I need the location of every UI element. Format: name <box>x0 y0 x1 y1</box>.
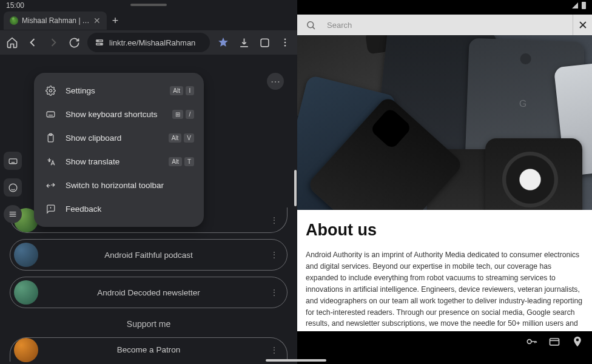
drag-handle[interactable] <box>130 4 167 6</box>
section-title: Support me <box>10 319 288 329</box>
translate-icon <box>44 157 57 167</box>
hero-image <box>297 35 592 210</box>
browser-toolbar: linktr.ee/MishaalRahman <box>0 30 297 55</box>
svg-point-5 <box>284 38 286 40</box>
svg-point-6 <box>284 42 286 44</box>
search-icon <box>306 20 316 30</box>
card-more-icon[interactable]: ⋮ <box>270 250 278 260</box>
card-avatar-icon <box>14 280 38 305</box>
svg-rect-4 <box>261 39 269 47</box>
tab-favicon-icon <box>10 16 18 25</box>
menu-label: Switch to horizontal toolbar <box>66 181 194 190</box>
close-tab-icon[interactable]: ✕ <box>93 16 101 25</box>
close-search-icon[interactable]: ✕ <box>573 15 592 35</box>
split-divider[interactable] <box>294 170 297 206</box>
overflow-menu-icon[interactable] <box>278 35 292 50</box>
status-bar-right <box>297 0 592 11</box>
keyboard-outline-icon <box>44 109 57 120</box>
link-card-decoded[interactable]: Android Decoded newsletter ⋮ <box>10 277 288 308</box>
menu-keys: ⊞/ <box>172 110 194 119</box>
tabs-count-icon[interactable] <box>257 35 272 50</box>
card-label: Android Decoded newsletter <box>97 288 200 297</box>
site-settings-icon[interactable] <box>95 38 104 47</box>
context-menu: Settings AltI Show keyboard shortcuts ⊞/ <box>34 73 204 227</box>
gear-icon <box>44 86 57 96</box>
svg-point-3 <box>101 44 101 44</box>
svg-point-2 <box>98 41 98 41</box>
menu-item-clipboard[interactable]: Show clipboard AltV <box>34 126 204 150</box>
search-input[interactable]: Search <box>297 20 573 30</box>
forward-icon[interactable] <box>46 35 61 50</box>
bottom-action-bar <box>297 331 592 352</box>
card-label: Android Faithful podcast <box>104 251 193 260</box>
floating-toolbar <box>4 152 22 223</box>
menu-keys: AltI <box>170 86 194 95</box>
clock: 15:00 <box>6 1 24 10</box>
link-card-faithful[interactable]: Android Faithful podcast ⋮ <box>10 239 288 271</box>
clipboard-icon <box>44 133 57 143</box>
svg-point-15 <box>527 340 531 344</box>
menu-label: Settings <box>66 86 170 95</box>
link-cards: ⋮ Android Faithful podcast ⋮ Android Dec… <box>8 207 289 364</box>
svg-rect-9 <box>47 112 55 117</box>
svg-rect-16 <box>550 339 559 345</box>
menu-item-translate[interactable]: Show translate AltT <box>34 150 204 174</box>
card-more-icon[interactable]: ⋮ <box>270 345 278 355</box>
menu-label: Feedback <box>66 204 194 214</box>
link-card-patron[interactable]: Become a Patron ⋮ <box>10 337 288 362</box>
svg-point-7 <box>284 45 286 47</box>
right-app-pane: Search ✕ About us Android Authority is a… <box>297 0 592 364</box>
menu-keys: AltV <box>169 133 194 143</box>
hamburger-menu-icon[interactable] <box>4 205 22 223</box>
browser-tab[interactable]: Mishaal Rahman | Twitter | L ✕ <box>4 12 107 30</box>
svg-rect-12 <box>9 158 17 163</box>
menu-item-keyboard-shortcuts[interactable]: Show keyboard shortcuts ⊞/ <box>34 103 204 126</box>
menu-label: Show clipboard <box>66 133 169 143</box>
search-bar: Search ✕ <box>297 15 592 35</box>
menu-item-horizontal-toolbar[interactable]: Switch to horizontal toolbar <box>34 174 204 197</box>
card-more-icon[interactable]: ⋮ <box>270 288 278 297</box>
menu-label: Show keyboard shortcuts <box>66 110 172 119</box>
svg-point-8 <box>49 89 52 92</box>
card-avatar-icon <box>14 243 38 267</box>
page-content: ⋯ Settings AltI Show keyboard <box>0 55 297 364</box>
svg-point-14 <box>308 21 314 27</box>
emoji-icon[interactable] <box>4 178 22 197</box>
bookmark-icon[interactable] <box>216 35 230 50</box>
card-avatar-icon <box>14 338 38 362</box>
url-text: linktr.ee/MishaalRahman <box>109 38 195 47</box>
new-tab-button[interactable]: + <box>107 12 124 29</box>
feedback-icon <box>44 204 57 214</box>
tab-title: Mishaal Rahman | Twitter | L <box>22 16 90 25</box>
card-more-icon[interactable]: ⋮ <box>270 215 278 225</box>
back-icon[interactable] <box>25 35 40 50</box>
home-icon[interactable] <box>5 35 19 50</box>
menu-item-feedback[interactable]: Feedback <box>34 197 204 221</box>
battery-icon <box>582 2 586 9</box>
reload-icon[interactable] <box>67 35 81 50</box>
menu-label: Show translate <box>66 157 169 166</box>
vpn-key-icon[interactable] <box>525 335 537 348</box>
keyboard-icon[interactable] <box>4 152 22 170</box>
article-body: About us Android Authority is an imprint… <box>297 35 592 331</box>
card-icon[interactable] <box>548 335 560 348</box>
location-icon[interactable] <box>571 335 584 348</box>
download-icon[interactable] <box>237 35 251 50</box>
menu-keys: AltT <box>169 157 194 166</box>
left-app-pane: 15:00 Mishaal Rahman | Twitter | L ✕ + <box>0 0 297 364</box>
home-handle[interactable] <box>266 359 326 362</box>
search-placeholder: Search <box>327 21 352 30</box>
article-title: About us <box>306 221 584 240</box>
svg-point-13 <box>9 184 17 192</box>
page-more-icon[interactable]: ⋯ <box>267 73 284 90</box>
card-label: Become a Patron <box>117 345 180 354</box>
tab-strip: Mishaal Rahman | Twitter | L ✕ + <box>0 11 297 30</box>
wifi-icon <box>572 2 578 8</box>
article-text: Android Authority is an imprint of Autho… <box>306 249 584 331</box>
url-bar[interactable]: linktr.ee/MishaalRahman <box>87 33 210 52</box>
arrows-horizontal-icon <box>44 180 57 190</box>
menu-item-settings[interactable]: Settings AltI <box>34 79 204 103</box>
